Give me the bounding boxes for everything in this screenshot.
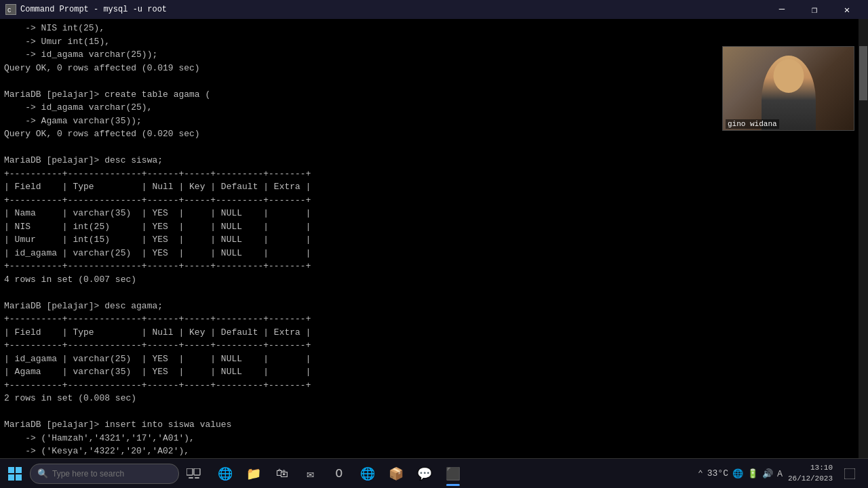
webcam-container: gino widana bbox=[722, 46, 854, 131]
search-icon: 🔍 bbox=[37, 468, 48, 479]
opera-icon-icon: O bbox=[331, 466, 347, 482]
title-bar: C Command Prompt - mysql -u root ─ ❐ ✕ bbox=[0, 0, 868, 19]
ime-icon[interactable]: A bbox=[777, 469, 783, 479]
chrome-icon[interactable]: 🌐 bbox=[354, 460, 381, 487]
window-controls: ─ ❐ ✕ bbox=[766, 0, 863, 19]
file-explorer-icon[interactable]: 📁 bbox=[240, 460, 267, 487]
scrollbar[interactable] bbox=[859, 19, 868, 458]
svg-rect-6 bbox=[186, 468, 193, 475]
minimize-button[interactable]: ─ bbox=[766, 0, 797, 19]
maximize-button[interactable]: ❐ bbox=[799, 0, 830, 19]
opera-icon[interactable]: O bbox=[326, 460, 353, 487]
yellow-app-icon-icon: 📦 bbox=[388, 466, 404, 482]
edge-icon[interactable]: 🌐 bbox=[212, 460, 239, 487]
battery-icon[interactable]: 🔋 bbox=[747, 468, 758, 479]
webcam-name-label: gino widana bbox=[726, 119, 779, 129]
mail-icon-icon: ✉ bbox=[302, 466, 319, 482]
notifications-button[interactable] bbox=[838, 462, 861, 485]
volume-icon[interactable]: 🔊 bbox=[762, 468, 773, 479]
window-title: Command Prompt - mysql -u root bbox=[20, 5, 167, 14]
store-icon-icon: 🛍 bbox=[274, 466, 290, 482]
clock[interactable]: 13:10 26/12/2023 bbox=[788, 463, 833, 484]
clock-date: 26/12/2023 bbox=[788, 474, 833, 484]
svg-rect-8 bbox=[189, 477, 193, 479]
terminal-icon[interactable]: ⬛ bbox=[439, 460, 467, 487]
store-icon[interactable]: 🛍 bbox=[269, 460, 296, 487]
start-button[interactable] bbox=[0, 459, 30, 489]
search-input[interactable] bbox=[52, 469, 161, 479]
windows-logo bbox=[8, 467, 22, 481]
blue-app-icon-icon: 💬 bbox=[416, 466, 433, 482]
task-view-button[interactable] bbox=[179, 459, 209, 489]
terminal-icon-icon: ⬛ bbox=[445, 466, 461, 482]
svg-rect-10 bbox=[844, 468, 855, 479]
file-explorer-icon-icon: 📁 bbox=[245, 466, 262, 482]
webcam-video bbox=[723, 47, 854, 130]
svg-rect-4 bbox=[8, 474, 14, 481]
svg-rect-3 bbox=[16, 467, 22, 473]
svg-rect-7 bbox=[194, 468, 200, 475]
title-bar-left: C Command Prompt - mysql -u root bbox=[5, 4, 167, 15]
svg-text:C: C bbox=[7, 7, 12, 14]
yellow-app-icon[interactable]: 📦 bbox=[382, 460, 410, 487]
taskbar-apps: 🌐📁🛍✉O🌐📦💬⬛ bbox=[209, 460, 691, 487]
svg-rect-2 bbox=[8, 467, 14, 473]
system-tray: ⌃ 33°C 🌐 🔋 🔊 A bbox=[698, 468, 783, 479]
taskbar-right: ⌃ 33°C 🌐 🔋 🔊 A 13:10 26/12/2023 bbox=[691, 462, 868, 485]
search-bar[interactable]: 🔍 bbox=[30, 464, 179, 484]
terminal-title-icon: C bbox=[5, 4, 16, 15]
mail-icon[interactable]: ✉ bbox=[297, 460, 324, 487]
network-icon[interactable]: 🌐 bbox=[732, 468, 743, 479]
temperature-indicator: 33°C bbox=[707, 468, 728, 479]
webcam-face bbox=[773, 59, 804, 93]
show-hidden-icons[interactable]: ⌃ bbox=[698, 468, 703, 479]
clock-time: 13:10 bbox=[788, 463, 833, 473]
blue-app-icon[interactable]: 💬 bbox=[411, 460, 438, 487]
edge-icon-icon: 🌐 bbox=[217, 466, 233, 482]
svg-rect-9 bbox=[195, 477, 199, 479]
main-area: -> NIS int(25), -> Umur int(15), -> id_a… bbox=[0, 19, 868, 458]
taskbar: 🔍 🌐📁🛍✉O🌐📦💬⬛ ⌃ 33°C 🌐 🔋 🔊 A 13:10 26/12/2… bbox=[0, 458, 868, 488]
scrollbar-thumb[interactable] bbox=[859, 46, 867, 100]
svg-rect-5 bbox=[16, 474, 22, 481]
chrome-icon-icon: 🌐 bbox=[359, 466, 376, 482]
close-button[interactable]: ✕ bbox=[831, 0, 863, 19]
